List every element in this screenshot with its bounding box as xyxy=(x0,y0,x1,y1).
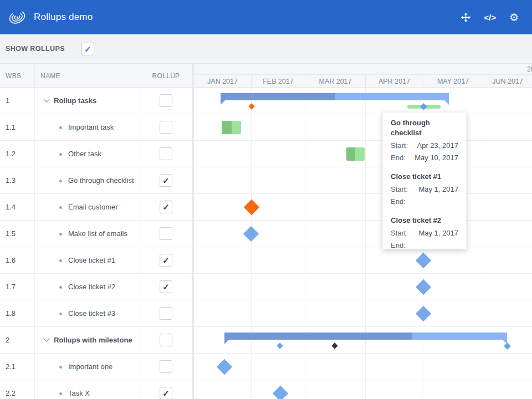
toolbar: SHOW ROLLUPS ✓ xyxy=(0,34,532,64)
table-row[interactable]: 2.2Task X✓ xyxy=(0,380,192,399)
move-icon[interactable] xyxy=(461,13,470,22)
rollup-cell: ✓ xyxy=(140,114,192,140)
code-icon[interactable]: </> xyxy=(484,13,496,22)
tooltip-task-title: Go through checklist xyxy=(391,118,458,138)
rollup-tooltip: Go through checklistStart:Apr 23, 2017En… xyxy=(382,112,467,249)
table-row[interactable]: 1.5Make list of emails✓ xyxy=(0,221,192,247)
chart-row xyxy=(194,88,532,114)
check-mark: ✓ xyxy=(162,283,170,291)
rollup-checkbox[interactable]: ✓ xyxy=(160,360,172,373)
rollup-checkbox[interactable]: ✓ xyxy=(160,280,172,293)
table-row[interactable]: 2Rollups with milestone✓ xyxy=(0,327,192,354)
task-bar[interactable] xyxy=(346,147,365,161)
month-header-row: JAN 2017FEB 2017MAR 2017APR 2017MAY 2017… xyxy=(194,75,532,88)
tooltip-section: Close ticket #2Start:May 1, 2017End: xyxy=(391,216,458,252)
month-header-cell: APR 2017 xyxy=(365,75,423,88)
rollup-checkbox[interactable]: ✓ xyxy=(160,94,172,107)
rollup-checkbox[interactable]: ✓ xyxy=(160,121,172,134)
wbs-cell: 2.2 xyxy=(0,380,35,399)
summary-task-bar[interactable] xyxy=(224,332,507,340)
task-name: Make list of emails xyxy=(68,229,127,238)
rollup-checkbox[interactable]: ✓ xyxy=(160,201,172,213)
month-header-cell: FEB 2017 xyxy=(251,75,305,88)
gear-icon[interactable]: ⚙ xyxy=(509,11,519,24)
rollup-checkbox[interactable]: ✓ xyxy=(160,387,172,399)
name-cell: Important task xyxy=(35,114,140,140)
gantt-app: Rollups demo </> ⚙ SHOW ROLLUPS xyxy=(0,0,532,399)
table-row[interactable]: 1.6Close ticket #1✓ xyxy=(0,247,192,274)
table-row[interactable]: 1.8Close ticket #3✓ xyxy=(0,300,192,327)
task-progress-segment xyxy=(222,121,232,134)
column-header-name[interactable]: NAME xyxy=(35,64,140,88)
month-header-cell: JAN 2017 xyxy=(194,75,251,88)
month-header-cell: MAY 2017 xyxy=(423,75,483,88)
table-row[interactable]: 1.7Close ticket #2✓ xyxy=(0,274,192,300)
leaf-bullet-icon xyxy=(59,313,62,315)
name-cell: Other task xyxy=(35,141,140,167)
wbs-cell: 1.1 xyxy=(0,114,35,140)
leaf-bullet-icon xyxy=(59,286,62,289)
month-header-cell: JUN 2017 xyxy=(483,75,532,88)
leaf-bullet-icon xyxy=(59,392,62,395)
summary-task-bar[interactable] xyxy=(221,93,449,100)
task-name: Task X xyxy=(68,389,90,397)
rollup-checkbox[interactable]: ✓ xyxy=(160,227,172,240)
month-header-cell: MAR 2017 xyxy=(305,75,365,88)
show-rollups-checkbox[interactable]: ✓ xyxy=(81,43,94,55)
task-name: Close ticket #3 xyxy=(68,309,115,318)
wbs-cell: 1 xyxy=(0,88,35,114)
chevron-down-icon[interactable] xyxy=(44,97,49,102)
rollup-checkbox[interactable]: ✓ xyxy=(160,334,172,346)
column-header-wbs[interactable]: WBS xyxy=(0,64,35,88)
leaf-bullet-icon xyxy=(59,233,62,236)
tooltip-end-row: End:May 10, 2017 xyxy=(391,152,458,164)
leaf-bullet-icon xyxy=(59,259,62,262)
tooltip-end-row: End: xyxy=(391,239,458,252)
grid-header: WBS NAME ROLLUP xyxy=(0,64,192,88)
task-name: Rollup tasks xyxy=(54,96,96,105)
task-name: Close ticket #1 xyxy=(68,256,115,264)
chevron-down-icon[interactable] xyxy=(44,336,49,341)
summary-left-wing xyxy=(221,100,225,105)
summary-left-wing xyxy=(224,340,229,344)
wbs-cell: 1.5 xyxy=(0,221,35,247)
task-name: Email customer xyxy=(68,203,118,211)
column-header-rollup[interactable]: ROLLUP xyxy=(140,64,192,88)
tooltip-start-value: May 1, 2017 xyxy=(418,183,458,196)
table-row[interactable]: 1.3Go through checklist✓ xyxy=(0,167,192,194)
timeline-pane: 2017 JAN 2017FEB 2017MAR 2017APR 2017MAY… xyxy=(194,64,532,399)
rollup-checkbox[interactable]: ✓ xyxy=(160,254,172,267)
tooltip-end-row: End: xyxy=(391,196,458,208)
table-row[interactable]: 1.1Important task✓ xyxy=(0,114,192,141)
table-row[interactable]: 1.4Email customer✓ xyxy=(0,194,192,221)
summary-progress-segment xyxy=(224,332,412,340)
tooltip-end-label: End: xyxy=(391,152,406,164)
rollup-checkbox[interactable]: ✓ xyxy=(160,147,172,160)
rollup-checkbox[interactable]: ✓ xyxy=(160,307,172,320)
table-row[interactable]: 1.2Other task✓ xyxy=(0,141,192,167)
wbs-cell: 1.3 xyxy=(0,167,35,193)
chart-row xyxy=(194,327,532,354)
leaf-bullet-icon xyxy=(59,180,62,182)
check-mark: ✓ xyxy=(162,256,170,264)
leaf-bullet-icon xyxy=(59,153,62,156)
rollup-cell: ✓ xyxy=(140,327,192,353)
name-cell: Task X xyxy=(35,380,140,399)
chart-row xyxy=(194,274,532,300)
bryntum-logo-icon xyxy=(8,8,27,27)
chart-row xyxy=(194,300,532,327)
task-name: Close ticket #2 xyxy=(68,283,115,291)
task-name: Important one xyxy=(68,362,112,371)
name-cell: Go through checklist xyxy=(35,167,140,193)
grid-body: 1Rollup tasks✓1.1Important task✓1.2Other… xyxy=(0,88,192,399)
table-row[interactable]: 1Rollup tasks✓ xyxy=(0,88,192,114)
table-row[interactable]: 2.1Important one✓ xyxy=(0,354,192,380)
name-cell: Close ticket #1 xyxy=(35,247,140,273)
task-bar[interactable] xyxy=(222,121,241,134)
summary-remaining-segment xyxy=(412,332,507,340)
app-header: Rollups demo </> ⚙ xyxy=(0,0,532,34)
rollup-cell: ✓ xyxy=(140,221,192,247)
rollup-checkbox[interactable]: ✓ xyxy=(160,174,172,187)
rollup-cell: ✓ xyxy=(140,274,192,300)
header-actions: </> ⚙ xyxy=(461,11,519,24)
